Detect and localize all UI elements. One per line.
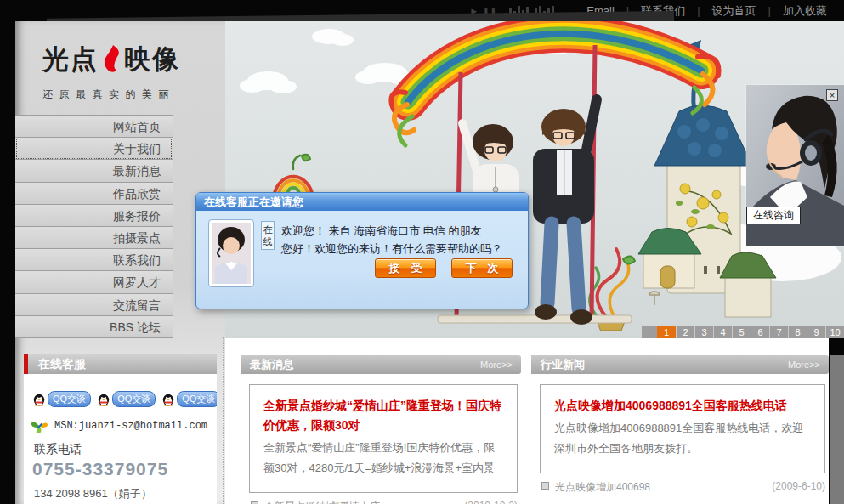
consult-label[interactable]: 在线咨询 [746, 207, 801, 224]
latest-news-column: 最新消息 More>> 全新景点婚纱城“爱情山庄”隆重登场！国庆特价优惠，限额3… [241, 355, 521, 504]
qq-button-row: QQ交谈 QQ交谈 QQ交谈 [32, 391, 212, 407]
qq-chat-label: QQ交谈 [112, 391, 156, 407]
list-item-text: 光点映像增加400698 [555, 480, 760, 495]
banner-pagination: 1 2 3 4 5 6 7 8 9 10 [642, 326, 844, 338]
latest-news-feature-box: 全新景点婚纱城“爱情山庄”隆重登场！国庆特价优惠，限额30对 全新景点“爱情山庄… [249, 384, 518, 493]
flame-icon [101, 44, 122, 75]
main-menu: 网站首页 关于我们 最新消息 作品欣赏 服务报价 拍摄景点 联系我们 网罗人才 … [15, 115, 173, 338]
industry-news-header: 行业新闻 More>> [531, 355, 829, 374]
qq-chat-button[interactable]: QQ交谈 [97, 391, 156, 407]
page-9[interactable]: 9 [807, 326, 825, 338]
menu-item-about[interactable]: 关于我们 [15, 138, 173, 160]
page-2[interactable]: 2 [676, 326, 694, 338]
chat-message: 欢迎您！ 来自 海南省海口市 电信 的朋友 您好！欢迎您的来访！有什么需要帮助的… [281, 222, 521, 258]
menu-item-works[interactable]: 作品欣赏 [15, 183, 173, 205]
phone-number-main: 0755-33379075 [32, 459, 217, 479]
industry-news-column: 行业新闻 More>> 光点映像增加4006988891全国客服热线电话 光点映… [531, 355, 829, 495]
msn-butterfly-icon [31, 417, 49, 434]
qq-penguin-icon [97, 393, 110, 406]
industry-news-more-link[interactable]: More>> [788, 360, 820, 370]
list-item-text: 全新景点婚纱城“爱情山庄 [264, 500, 452, 504]
news-list-item[interactable]: 光点映像增加400698 (2009-6-10) [541, 480, 825, 495]
later-button[interactable]: 下 次 [451, 258, 513, 278]
list-item-date: (2010-10-2) [464, 500, 518, 504]
menu-item-jobs[interactable]: 网罗人才 [15, 271, 173, 293]
left-panel: 光点 映像 还原最真实的美丽 网站首页 关于我们 最新消息 作品欣赏 服务报价 … [15, 21, 225, 504]
online-service-card: 在线客服 QQ交谈 QQ交谈 QQ交谈 [24, 354, 217, 504]
phone-title: 联系电话 [34, 442, 217, 457]
qq-chat-label: QQ交谈 [48, 391, 91, 407]
page-6[interactable]: 6 [751, 326, 769, 338]
industry-news-title: 行业新闻 [541, 357, 585, 372]
feature-summary: 全新景点“爱情山庄”隆重登场!国庆特价优惠，限额30对，4280元/1天=婚纱城… [263, 438, 503, 479]
qq-penguin-icon [32, 393, 46, 406]
qq-penguin-icon [161, 393, 175, 406]
menu-item-pricing[interactable]: 服务报价 [15, 205, 173, 227]
service-card-header: 在线客服 [24, 354, 217, 374]
menu-item-news[interactable]: 最新消息 [15, 160, 173, 182]
news-list-item[interactable]: 全新景点婚纱城“爱情山庄 (2010-10-2) [251, 500, 518, 504]
page-4[interactable]: 4 [713, 326, 732, 338]
page-10[interactable]: 10 [825, 326, 844, 338]
msn-row: MSN:juanzi-sz@hotmail.com [31, 417, 217, 434]
msn-address: MSN:juanzi-sz@hotmail.com [54, 420, 207, 432]
list-bullet-icon [541, 482, 549, 490]
online-status-badge: 在线 [261, 221, 275, 250]
menu-item-home[interactable]: 网站首页 [15, 116, 173, 138]
feature-summary: 光点映像增加4006988891全国客服热线电话，欢迎深圳市外全国各地朋友拨打。 [554, 418, 811, 459]
phone-number-alt1: 134 2098 8961（娟子） [34, 486, 217, 501]
agent-avatar [208, 219, 254, 287]
latest-news-more-link[interactable]: More>> [480, 360, 513, 370]
pagination-lead [642, 326, 657, 338]
latest-news-header: 最新消息 More>> [241, 355, 521, 374]
consult-overlay: × 在线咨询 [746, 85, 844, 246]
add-favorite-link[interactable]: 加入收藏 [779, 3, 830, 19]
qq-chat-label: QQ交谈 [177, 391, 217, 407]
brand-tagline: 还原最真实的美丽 [42, 88, 180, 102]
accept-button[interactable]: 接 受 [375, 258, 436, 278]
brand-name: 光点 映像 [42, 42, 180, 77]
chat-dialog-body: 在线 欢迎您！ 来自 海南省海口市 电信 的朋友 您好！欢迎您的来访！有什么需要… [196, 211, 528, 309]
feature-title-link[interactable]: 全新景点婚纱城“爱情山庄”隆重登场！国庆特价优惠，限额30对 [263, 396, 503, 435]
topbar-separator: | [768, 4, 771, 17]
content-area: 最新消息 More>> 全新景点婚纱城“爱情山庄”隆重登场！国庆特价优惠，限额3… [225, 338, 829, 504]
chat-dialog-titlebar[interactable]: 在线客服正在邀请您 [196, 193, 528, 211]
list-item-date: (2009-6-10) [772, 480, 825, 492]
qq-chat-button[interactable]: QQ交谈 [161, 391, 217, 407]
chat-buttons: 接 受 下 次 [375, 258, 513, 278]
set-homepage-link[interactable]: 设为首页 [709, 3, 760, 19]
close-icon[interactable]: × [826, 89, 838, 101]
page-7[interactable]: 7 [769, 326, 788, 338]
page-3[interactable]: 3 [694, 326, 713, 338]
menu-item-bbs[interactable]: BBS 论坛 [15, 316, 173, 338]
right-edge-strip [830, 355, 844, 504]
page-1[interactable]: 1 [657, 326, 676, 338]
menu-item-guestbook[interactable]: 交流留言 [15, 294, 173, 316]
menu-item-locations[interactable]: 拍摄景点 [15, 227, 173, 249]
industry-news-feature-box: 光点映像增加4006988891全国客服热线电话 光点映像增加400698889… [540, 384, 825, 473]
service-card-title: 在线客服 [28, 354, 217, 374]
chat-message-line2: 您好！欢迎您的来访！有什么需要帮助的吗？ [281, 240, 521, 258]
menu-item-contact[interactable]: 联系我们 [15, 249, 173, 271]
logo: 光点 映像 还原最真实的美丽 [42, 42, 180, 102]
page: ► ❚❚ Email | 联系我们 | 设为首页 | 加入收藏 光点 映像 还原… [0, 0, 844, 504]
feature-title-link[interactable]: 光点映像增加4006988891全国客服热线电话 [554, 396, 811, 416]
qq-chat-button[interactable]: QQ交谈 [32, 391, 91, 407]
brand-right-text: 映像 [124, 42, 180, 77]
page-8[interactable]: 8 [788, 326, 807, 338]
chat-invite-dialog: 在线客服正在邀请您 在线 欢迎您！ 来自 海南省海口市 电信 的朋友 您好！欢迎… [195, 192, 529, 309]
topbar-separator: | [697, 4, 700, 17]
latest-news-title: 最新消息 [250, 357, 294, 372]
brand-left-text: 光点 [42, 42, 99, 77]
page-5[interactable]: 5 [732, 326, 751, 338]
chat-message-line1: 欢迎您！ 来自 海南省海口市 电信 的朋友 [281, 222, 521, 240]
